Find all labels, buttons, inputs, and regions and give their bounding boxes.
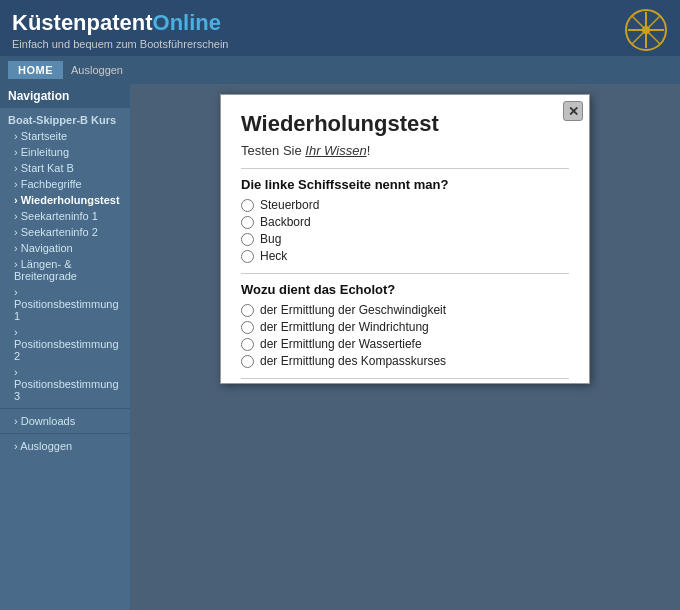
logo-icon xyxy=(624,8,668,52)
modal-divider-1 xyxy=(241,168,569,169)
question-2-radio-1[interactable] xyxy=(241,304,254,317)
content-area: ✕ Wiederholungstest Testen Sie Ihr Wisse… xyxy=(130,84,680,610)
modal-divider-2 xyxy=(241,273,569,274)
question-1-option-4[interactable]: Heck xyxy=(241,249,569,263)
question-2-option-4[interactable]: der Ermittlung des Kompasskurses xyxy=(241,354,569,368)
svg-point-5 xyxy=(642,26,650,34)
question-2-option-3[interactable]: der Ermittlung der Wassertiefe xyxy=(241,337,569,351)
sidebar-item-laengen-breitengrade[interactable]: Längen- & Breitengrade xyxy=(0,256,130,284)
sidebar-nav-header: Navigation xyxy=(0,84,130,108)
sidebar-item-positionsbestimmung2[interactable]: Positionsbestimmung 2 xyxy=(0,324,130,364)
sidebar-item-startseite[interactable]: Startseite xyxy=(0,128,130,144)
sidebar-divider-2 xyxy=(0,433,130,434)
question-1-radio-2[interactable] xyxy=(241,216,254,229)
sidebar-item-wiederholungstest[interactable]: Wiederholungstest xyxy=(0,192,130,208)
navbar: HOME Ausloggen xyxy=(0,56,680,84)
question-2-block: Wozu dient das Echolot? der Ermittlung d… xyxy=(241,282,569,368)
modal-close-button[interactable]: ✕ xyxy=(563,101,583,121)
modal-title: Wiederholungstest xyxy=(241,111,569,137)
modal-subtitle: Testen Sie Ihr Wissen! xyxy=(241,143,569,158)
sidebar-item-seekarteninfo2[interactable]: Seekarteninfo 2 xyxy=(0,224,130,240)
modal-dialog: ✕ Wiederholungstest Testen Sie Ihr Wisse… xyxy=(220,94,590,384)
question-1-option-1[interactable]: Steuerbord xyxy=(241,198,569,212)
main-layout: Navigation Boat-Skipper-B Kurs Startseit… xyxy=(0,84,680,610)
sidebar-item-navigation[interactable]: Navigation xyxy=(0,240,130,256)
modal-divider-3 xyxy=(241,378,569,379)
sidebar-item-start-kat-b[interactable]: Start Kat B xyxy=(0,160,130,176)
question-2-radio-3[interactable] xyxy=(241,338,254,351)
sidebar-item-positionsbestimmung1[interactable]: Positionsbestimmung 1 xyxy=(0,284,130,324)
sidebar-divider xyxy=(0,408,130,409)
question-1-radio-3[interactable] xyxy=(241,233,254,246)
header: KüstenpatentOnline Einfach und bequem zu… xyxy=(0,0,680,56)
question-1-option-2[interactable]: Backbord xyxy=(241,215,569,229)
home-button[interactable]: HOME xyxy=(8,61,63,79)
sidebar-item-fachbegriffe[interactable]: Fachbegriffe xyxy=(0,176,130,192)
question-2-option-1[interactable]: der Ermittlung der Geschwindigkeit xyxy=(241,303,569,317)
question-1-title: Die linke Schiffsseite nennt man? xyxy=(241,177,569,192)
site-title: KüstenpatentOnline xyxy=(12,10,228,36)
question-1-radio-1[interactable] xyxy=(241,199,254,212)
sidebar-item-einleitung[interactable]: Einleitung xyxy=(0,144,130,160)
question-1-option-3[interactable]: Bug xyxy=(241,232,569,246)
sidebar-item-downloads[interactable]: Downloads xyxy=(0,413,130,429)
question-2-option-2[interactable]: der Ermittlung der Windrichtung xyxy=(241,320,569,334)
modal-scrollable-content[interactable]: Wiederholungstest Testen Sie Ihr Wissen!… xyxy=(221,95,589,383)
question-1-block: Die linke Schiffsseite nennt man? Steuer… xyxy=(241,177,569,263)
sidebar-item-ausloggen[interactable]: Ausloggen xyxy=(0,438,130,454)
navbar-logout-button[interactable]: Ausloggen xyxy=(71,64,123,76)
sidebar-item-positionsbestimmung3[interactable]: Positionsbestimmung 3 xyxy=(0,364,130,404)
site-subtitle: Einfach und bequem zum Bootsführerschein xyxy=(12,38,228,50)
question-2-radio-2[interactable] xyxy=(241,321,254,334)
question-2-radio-4[interactable] xyxy=(241,355,254,368)
question-1-radio-4[interactable] xyxy=(241,250,254,263)
sidebar-item-seekarteninfo1[interactable]: Seekarteninfo 1 xyxy=(0,208,130,224)
modal-overlay: ✕ Wiederholungstest Testen Sie Ihr Wisse… xyxy=(130,84,680,610)
sidebar-section-boat: Boat-Skipper-B Kurs xyxy=(0,108,130,128)
sidebar: Navigation Boat-Skipper-B Kurs Startseit… xyxy=(0,84,130,610)
question-2-title: Wozu dient das Echolot? xyxy=(241,282,569,297)
